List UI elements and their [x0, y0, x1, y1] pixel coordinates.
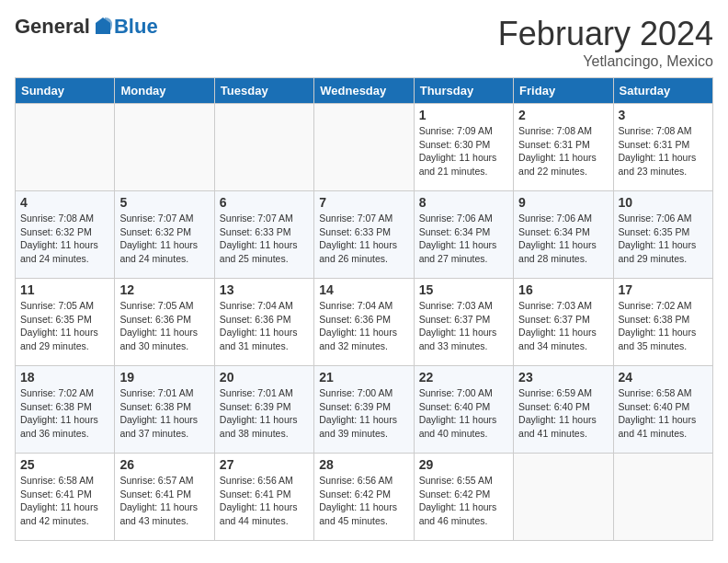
calendar-cell: 5Sunrise: 7:07 AMSunset: 6:32 PMDaylight…	[115, 191, 214, 279]
day-number: 12	[119, 282, 209, 297]
calendar-cell: 9Sunrise: 7:06 AMSunset: 6:34 PMDaylight…	[514, 191, 613, 279]
day-info: Sunrise: 7:07 AMSunset: 6:33 PMDaylight:…	[220, 212, 309, 266]
day-number: 1	[419, 108, 508, 122]
day-info: Sunrise: 7:09 AMSunset: 6:30 PMDaylight:…	[419, 124, 508, 178]
day-info: Sunrise: 7:03 AMSunset: 6:37 PMDaylight:…	[518, 299, 608, 353]
day-info: Sunrise: 7:00 AMSunset: 6:39 PMDaylight:…	[319, 386, 408, 441]
calendar-cell: 19Sunrise: 7:01 AMSunset: 6:38 PMDayligh…	[115, 366, 214, 454]
day-number: 16	[518, 282, 608, 297]
day-info: Sunrise: 7:07 AMSunset: 6:33 PMDaylight:…	[319, 212, 408, 266]
calendar-cell: 13Sunrise: 7:04 AMSunset: 6:36 PMDayligh…	[214, 279, 313, 366]
calendar-cell: 17Sunrise: 7:02 AMSunset: 6:38 PMDayligh…	[613, 279, 712, 366]
day-info: Sunrise: 7:04 AMSunset: 6:36 PMDaylight:…	[319, 299, 408, 353]
calendar-week-0: 1Sunrise: 7:09 AMSunset: 6:30 PMDaylight…	[16, 104, 713, 191]
calendar-header-row: SundayMondayTuesdayWednesdayThursdayFrid…	[16, 78, 713, 104]
day-info: Sunrise: 7:07 AMSunset: 6:32 PMDaylight:…	[119, 212, 209, 266]
day-info: Sunrise: 7:02 AMSunset: 6:38 PMDaylight:…	[20, 386, 109, 441]
day-info: Sunrise: 7:01 AMSunset: 6:38 PMDaylight:…	[119, 386, 209, 441]
calendar-cell: 1Sunrise: 7:09 AMSunset: 6:30 PMDaylight…	[414, 104, 513, 191]
day-info: Sunrise: 7:08 AMSunset: 6:31 PMDaylight:…	[619, 124, 708, 178]
logo-blue: Blue	[114, 15, 158, 39]
logo-icon	[92, 16, 114, 38]
day-info: Sunrise: 7:00 AMSunset: 6:40 PMDaylight:…	[419, 386, 508, 441]
calendar-cell: 25Sunrise: 6:58 AMSunset: 6:41 PMDayligh…	[16, 454, 115, 541]
day-number: 18	[20, 370, 109, 385]
calendar-cell: 6Sunrise: 7:07 AMSunset: 6:33 PMDaylight…	[214, 191, 313, 279]
day-number: 5	[119, 195, 209, 210]
day-info: Sunrise: 6:56 AMSunset: 6:42 PMDaylight:…	[319, 474, 408, 528]
day-info: Sunrise: 7:06 AMSunset: 6:34 PMDaylight:…	[518, 212, 608, 266]
calendar-cell: 22Sunrise: 7:00 AMSunset: 6:40 PMDayligh…	[414, 366, 513, 454]
day-number: 27	[220, 457, 309, 472]
calendar-cell: 26Sunrise: 6:57 AMSunset: 6:41 PMDayligh…	[115, 454, 214, 541]
calendar-cell	[613, 454, 712, 541]
day-info: Sunrise: 6:55 AMSunset: 6:42 PMDaylight:…	[419, 474, 508, 528]
calendar-cell: 20Sunrise: 7:01 AMSunset: 6:39 PMDayligh…	[214, 366, 313, 454]
day-header-friday: Friday	[514, 78, 613, 104]
day-header-saturday: Saturday	[613, 78, 712, 104]
day-info: Sunrise: 6:56 AMSunset: 6:41 PMDaylight:…	[220, 474, 309, 528]
title-section: February 2024 Yetlancingo, Mexico	[498, 15, 713, 70]
day-number: 19	[119, 370, 209, 385]
day-info: Sunrise: 7:03 AMSunset: 6:37 PMDaylight:…	[419, 299, 508, 353]
calendar-cell: 3Sunrise: 7:08 AMSunset: 6:31 PMDaylight…	[613, 104, 712, 191]
calendar-cell: 15Sunrise: 7:03 AMSunset: 6:37 PMDayligh…	[414, 279, 513, 366]
day-number: 23	[518, 370, 608, 385]
location-subtitle: Yetlancingo, Mexico	[498, 53, 713, 70]
calendar-week-2: 11Sunrise: 7:05 AMSunset: 6:35 PMDayligh…	[16, 279, 713, 366]
logo: General Blue	[15, 15, 158, 39]
day-number: 14	[319, 282, 408, 297]
calendar-cell: 23Sunrise: 6:59 AMSunset: 6:40 PMDayligh…	[514, 366, 613, 454]
day-info: Sunrise: 6:58 AMSunset: 6:41 PMDaylight:…	[20, 474, 109, 528]
day-number: 7	[319, 195, 408, 210]
day-number: 20	[220, 370, 309, 385]
day-header-wednesday: Wednesday	[314, 78, 414, 104]
day-info: Sunrise: 6:59 AMSunset: 6:40 PMDaylight:…	[518, 386, 608, 441]
calendar-cell	[314, 104, 414, 191]
day-number: 24	[619, 370, 708, 385]
calendar-cell	[16, 104, 115, 191]
calendar-cell: 27Sunrise: 6:56 AMSunset: 6:41 PMDayligh…	[214, 454, 313, 541]
day-info: Sunrise: 7:01 AMSunset: 6:39 PMDaylight:…	[220, 386, 309, 441]
calendar-cell: 12Sunrise: 7:05 AMSunset: 6:36 PMDayligh…	[115, 279, 214, 366]
day-info: Sunrise: 7:06 AMSunset: 6:35 PMDaylight:…	[619, 212, 708, 266]
day-number: 8	[419, 195, 508, 210]
calendar-cell: 16Sunrise: 7:03 AMSunset: 6:37 PMDayligh…	[514, 279, 613, 366]
calendar-cell: 24Sunrise: 6:58 AMSunset: 6:40 PMDayligh…	[613, 366, 712, 454]
calendar-week-4: 25Sunrise: 6:58 AMSunset: 6:41 PMDayligh…	[16, 454, 713, 541]
day-header-sunday: Sunday	[16, 78, 115, 104]
day-number: 22	[419, 370, 508, 385]
day-info: Sunrise: 7:08 AMSunset: 6:32 PMDaylight:…	[20, 212, 109, 266]
day-number: 2	[518, 108, 608, 122]
calendar-week-3: 18Sunrise: 7:02 AMSunset: 6:38 PMDayligh…	[16, 366, 713, 454]
day-info: Sunrise: 7:04 AMSunset: 6:36 PMDaylight:…	[220, 299, 309, 353]
day-header-thursday: Thursday	[414, 78, 513, 104]
day-number: 13	[220, 282, 309, 297]
calendar-cell: 28Sunrise: 6:56 AMSunset: 6:42 PMDayligh…	[314, 454, 414, 541]
calendar-cell: 21Sunrise: 7:00 AMSunset: 6:39 PMDayligh…	[314, 366, 414, 454]
month-title: February 2024	[498, 15, 713, 53]
day-info: Sunrise: 6:57 AMSunset: 6:41 PMDaylight:…	[119, 474, 209, 528]
calendar-cell: 7Sunrise: 7:07 AMSunset: 6:33 PMDaylight…	[314, 191, 414, 279]
day-number: 10	[619, 195, 708, 210]
day-number: 4	[20, 195, 109, 210]
calendar-cell	[214, 104, 313, 191]
calendar-cell: 8Sunrise: 7:06 AMSunset: 6:34 PMDaylight…	[414, 191, 513, 279]
day-number: 3	[619, 108, 708, 122]
calendar-cell: 18Sunrise: 7:02 AMSunset: 6:38 PMDayligh…	[16, 366, 115, 454]
calendar-cell: 2Sunrise: 7:08 AMSunset: 6:31 PMDaylight…	[514, 104, 613, 191]
logo-general: General	[15, 15, 90, 39]
calendar-cell	[115, 104, 214, 191]
day-number: 29	[419, 457, 508, 472]
day-number: 6	[220, 195, 309, 210]
day-info: Sunrise: 6:58 AMSunset: 6:40 PMDaylight:…	[619, 386, 708, 441]
calendar-week-1: 4Sunrise: 7:08 AMSunset: 6:32 PMDaylight…	[16, 191, 713, 279]
day-header-tuesday: Tuesday	[214, 78, 313, 104]
day-info: Sunrise: 7:05 AMSunset: 6:36 PMDaylight:…	[119, 299, 209, 353]
day-number: 21	[319, 370, 408, 385]
day-number: 17	[619, 282, 708, 297]
calendar-cell: 11Sunrise: 7:05 AMSunset: 6:35 PMDayligh…	[16, 279, 115, 366]
calendar-cell: 4Sunrise: 7:08 AMSunset: 6:32 PMDaylight…	[16, 191, 115, 279]
calendar-cell	[514, 454, 613, 541]
day-info: Sunrise: 7:08 AMSunset: 6:31 PMDaylight:…	[518, 124, 608, 178]
